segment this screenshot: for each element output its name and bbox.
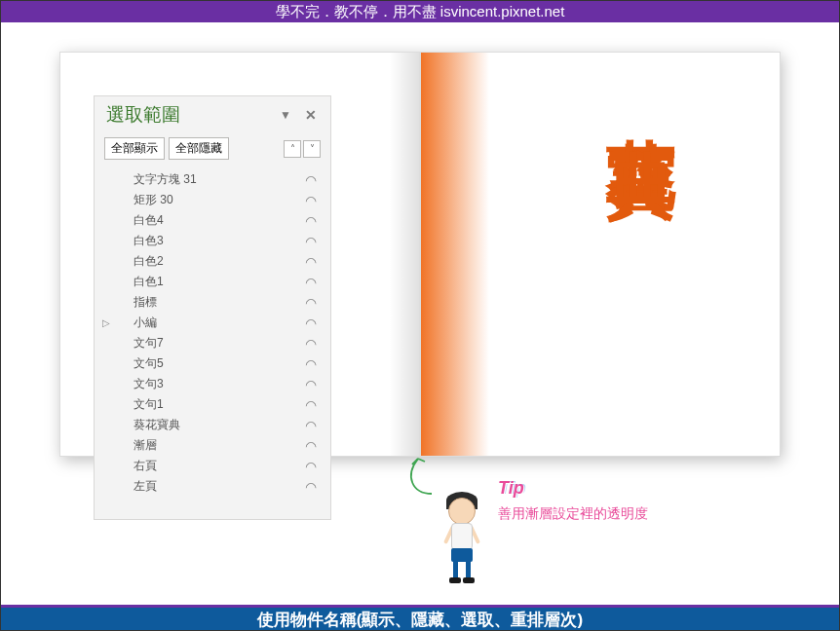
object-name-label: 左頁	[116, 478, 305, 495]
canvas-area: 葵花寶典 選取範圍 ▼ ✕ 全部顯示 全部隱藏 ˄ ˅ 文字方塊 31◠矩形 3…	[1, 22, 839, 605]
visibility-toggle-icon[interactable]: ◠	[305, 172, 317, 188]
visibility-toggle-icon[interactable]: ◠	[305, 234, 317, 249]
move-up-button[interactable]: ˄	[284, 140, 301, 158]
header-bar: 學不完．教不停．用不盡 isvincent.pixnet.net	[1, 1, 839, 22]
visibility-toggle-icon[interactable]: ◠	[305, 479, 317, 495]
visibility-toggle-icon[interactable]: ◠	[305, 397, 317, 413]
object-name-label: 小編	[116, 315, 305, 331]
visibility-toggle-icon[interactable]: ◠	[305, 316, 317, 331]
visibility-toggle-icon[interactable]: ◠	[305, 254, 317, 270]
object-name-label: 白色3	[116, 233, 305, 249]
visibility-toggle-icon[interactable]: ◠	[305, 377, 317, 392]
object-name-label: 文句7	[116, 335, 305, 352]
object-name-label: 漸層	[116, 437, 305, 454]
list-item[interactable]: 白色1◠	[95, 272, 330, 292]
hide-all-button[interactable]: 全部隱藏	[169, 137, 229, 160]
object-name-label: 白色2	[116, 253, 305, 270]
list-item[interactable]: 葵花寶典◠	[95, 415, 330, 435]
avatar	[434, 492, 490, 589]
object-name-label: 文句5	[116, 355, 305, 372]
close-icon[interactable]: ✕	[301, 105, 321, 125]
object-name-label: 文字方塊 31	[116, 171, 305, 188]
list-item[interactable]: 漸層◠	[95, 435, 330, 456]
footer-bar: 使用物件名稱(顯示、隱藏、選取、重排層次)	[1, 605, 839, 630]
list-item[interactable]: 文句5◠	[95, 353, 330, 374]
visibility-toggle-icon[interactable]: ◠	[305, 336, 317, 352]
list-item[interactable]: 文句1◠	[95, 394, 330, 415]
visibility-toggle-icon[interactable]: ◠	[305, 275, 317, 290]
pane-dropdown-icon[interactable]: ▼	[276, 106, 295, 124]
object-name-label: 文句3	[116, 376, 305, 392]
object-name-label: 文句1	[116, 396, 305, 413]
visibility-toggle-icon[interactable]: ◠	[305, 295, 317, 311]
list-item[interactable]: 文句3◠	[95, 374, 330, 394]
spine-shadow	[390, 53, 419, 456]
object-name-label: 白色4	[116, 212, 305, 229]
list-item[interactable]: 矩形 30◠	[95, 190, 330, 210]
list-item[interactable]: 白色4◠	[95, 210, 330, 231]
visibility-toggle-icon[interactable]: ◠	[305, 438, 317, 454]
object-name-label: 葵花寶典	[116, 417, 305, 433]
object-list: 文字方塊 31◠矩形 30◠白色4◠白色3◠白色2◠白色1◠指標◠▷小編◠文句7…	[95, 167, 330, 502]
list-item[interactable]: 文句7◠	[95, 333, 330, 353]
visibility-toggle-icon[interactable]: ◠	[305, 418, 317, 433]
reorder-controls: ˄ ˅	[284, 140, 321, 158]
selection-pane-title: 選取範圍	[106, 102, 270, 128]
tip-label: Tip	[498, 478, 524, 499]
object-name-label: 白色1	[116, 274, 305, 290]
selection-pane: 選取範圍 ▼ ✕ 全部顯示 全部隱藏 ˄ ˅ 文字方塊 31◠矩形 30◠白色4…	[94, 95, 331, 520]
object-name-label: 矩形 30	[116, 192, 305, 208]
header-text: 學不完．教不停．用不盡 isvincent.pixnet.net	[276, 3, 565, 19]
expand-icon[interactable]: ▷	[100, 317, 112, 328]
tip-callout: Tip 善用漸層設定裡的透明度	[397, 457, 718, 593]
selection-pane-header: 選取範圍 ▼ ✕	[95, 96, 330, 137]
gradient-overlay	[421, 53, 489, 456]
object-name-label: 指標	[116, 294, 305, 311]
list-item[interactable]: 指標◠	[95, 292, 330, 313]
footer-text: 使用物件名稱(顯示、隱藏、選取、重排層次)	[257, 611, 583, 629]
list-item[interactable]: ▷小編◠	[95, 313, 330, 333]
visibility-toggle-icon[interactable]: ◠	[305, 459, 317, 474]
list-item[interactable]: 白色3◠	[95, 231, 330, 251]
list-item[interactable]: 文字方塊 31◠	[95, 169, 330, 190]
list-item[interactable]: 右頁◠	[95, 456, 330, 476]
visibility-toggle-icon[interactable]: ◠	[305, 193, 317, 208]
book-title-text[interactable]: 葵花寶典	[601, 82, 682, 97]
visibility-toggle-icon[interactable]: ◠	[305, 356, 317, 372]
show-all-button[interactable]: 全部顯示	[104, 137, 165, 160]
page-right[interactable]: 葵花寶典	[420, 52, 781, 457]
object-name-label: 右頁	[116, 458, 305, 474]
visibility-toggle-icon[interactable]: ◠	[305, 213, 317, 229]
move-down-button[interactable]: ˅	[303, 140, 321, 158]
tip-text: 善用漸層設定裡的透明度	[498, 505, 648, 523]
list-item[interactable]: 白色2◠	[95, 251, 330, 272]
selection-pane-toolbar: 全部顯示 全部隱藏 ˄ ˅	[95, 137, 330, 167]
list-item[interactable]: 左頁◠	[95, 476, 330, 497]
